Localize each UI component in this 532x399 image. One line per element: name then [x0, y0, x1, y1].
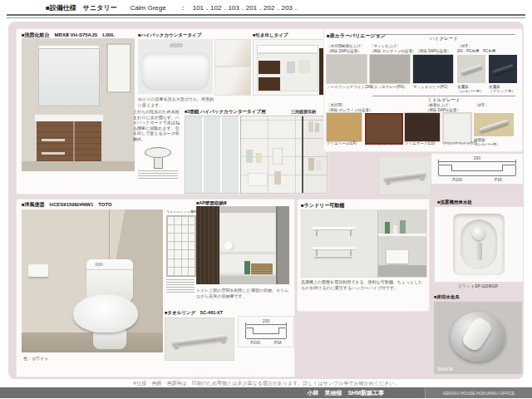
- stored-item: [298, 60, 310, 73]
- dim-end: P18: [495, 178, 502, 182]
- handle-color: （シルバー色）: [457, 89, 484, 93]
- group3-sub: DN・PG色用 PC色用: [457, 49, 495, 54]
- drawer-type-label: ■引き出しタイプ: [253, 32, 288, 38]
- group6-name: 〔把手〕: [474, 103, 489, 108]
- side-storage: [302, 116, 327, 193]
- ap-storage-caption: トイレ上部の空間を利用した薄型の収納。スリムながら充実の収納量です。: [196, 288, 289, 298]
- spec-sheet-page: ■設備仕様 サニタリー Calm Grege ： 101．102．103．201…: [0, 0, 532, 399]
- cabinet-split: [73, 121, 75, 161]
- group5-sub: （W扉 DAP仕様等）: [426, 108, 461, 113]
- dim-pitch: P200: [452, 178, 462, 182]
- group2-sub: （W扉 オレフィン仕様等）（W扉 DAP仕様等）: [370, 49, 451, 54]
- handle-photo-resin: [474, 113, 514, 136]
- profile-notch: [253, 328, 280, 334]
- toilet-section: ■洋風便器 HCES9159B/#NW1 TOTO 色：ホワイト ウォシュレット…: [17, 200, 294, 377]
- towel-ring-label: ■タオルリング SC-461-XT: [165, 310, 223, 316]
- grade-high: ハイグレード: [372, 34, 515, 42]
- swatch-name: グロスホワイト(YS): [443, 141, 477, 145]
- washlet-footnote-lines: [166, 279, 195, 293]
- drain-label: ■床排水金具: [434, 294, 460, 300]
- dimension-line: [245, 324, 287, 325]
- highback-side-note: 上からの吐水のため水栓まわりに水が溜らず、ハイバックガードで水はねも簡単に拭取れ…: [133, 109, 181, 141]
- stored-item: [287, 62, 295, 73]
- shelf: [378, 234, 426, 236]
- vanity-mirror: [38, 48, 100, 106]
- header: ■設備仕様 サニタリー Calm Grege ： 101．102．103．201…: [46, 3, 299, 12]
- open-drawer: [259, 58, 280, 74]
- mirror-back-storage: [241, 116, 302, 193]
- drawer-type-photo: [253, 39, 328, 96]
- storage-interior: [219, 213, 276, 276]
- swatch-crie-mocha-selected: [365, 113, 403, 145]
- window: [106, 43, 131, 93]
- swatch-north-wood-white: [327, 55, 367, 83]
- dim-width: 230: [244, 318, 288, 323]
- counter: [378, 265, 426, 277]
- washlet-feature-grid: [166, 215, 196, 277]
- disclaimer-note: ※仕様・色柄・色調等は、印刷のため実物とは多少異なる場合があります。詳しくはサン…: [0, 380, 532, 387]
- annotation-lines: [138, 170, 178, 179]
- handle-dimension-diagram: 290 P200 P18: [431, 153, 524, 185]
- faucet-label: ■洗濯機用単水栓: [437, 200, 472, 205]
- paper-roll: [224, 241, 234, 251]
- swatch-name: クリエダーク(LD): [405, 141, 435, 145]
- open-door-left: [196, 206, 219, 284]
- faucet-knob-icon: [472, 227, 485, 240]
- bottle: [308, 158, 314, 170]
- handle-photo-black: [489, 55, 517, 83]
- dim-pitch: P200: [250, 341, 260, 345]
- faucet-model: フラットSP-1109NJF: [434, 283, 522, 289]
- faucet-spout-icon: [475, 242, 482, 260]
- laundry-shelf-photo: [301, 209, 427, 278]
- color-scheme-name: Calm Grege: [131, 4, 166, 12]
- page-title: ■設備仕様 サニタリー: [46, 3, 117, 12]
- handle-bar-icon: [492, 64, 514, 75]
- towel-ring-profile: [245, 328, 287, 339]
- swatch-crie-dark: [405, 113, 440, 141]
- washlet-feature-panel: ウォシュレット機能: [166, 209, 196, 293]
- bottle: [246, 150, 253, 163]
- bottle: [400, 220, 406, 234]
- swatch-name: クリエモカ(LM): [365, 141, 392, 145]
- handle-bar-icon: [384, 171, 426, 181]
- faucet-recess: [453, 214, 505, 275]
- customer-project-name: 小林 英雄様 SHM新築工事: [307, 389, 384, 397]
- toilet-seat: [73, 294, 138, 332]
- shelf: [219, 252, 276, 254]
- swatch-crie-pale: [327, 113, 362, 141]
- hanger-pipe: [314, 257, 352, 259]
- toilet-photo: [22, 209, 163, 352]
- ap-storage-label: ■AP壁面収納Ⅱ: [196, 200, 227, 206]
- toilet-label: ■洋風便器 HCES9159B/#NW1 TOTO: [22, 201, 112, 209]
- swatch-matte-navy: [413, 55, 453, 83]
- towel-ring-photo: [165, 318, 234, 361]
- ap-storage-photo: [196, 206, 289, 284]
- handle-color: （ブラック色）: [489, 89, 515, 93]
- bottle: [385, 222, 390, 234]
- swatch-name: マットネイビー(PC): [413, 85, 447, 89]
- open-door-right: [276, 206, 289, 284]
- paper-holder: [28, 264, 48, 277]
- basket: [251, 264, 273, 274]
- swatch-stucco-gray: [370, 55, 410, 83]
- hose-storage-diagram: [138, 147, 178, 185]
- bottle: [244, 261, 250, 274]
- grade-middle: ミドルグレード: [372, 96, 515, 103]
- movable-shelf: [313, 247, 355, 249]
- bowl: [141, 52, 209, 91]
- open-drawer: [259, 75, 280, 91]
- handle-photo-silver: [457, 55, 485, 83]
- movable-shelf: [313, 227, 355, 229]
- laundry-label: ■ランドリー可動棚: [301, 202, 344, 209]
- dim-width: 290: [436, 155, 518, 160]
- laundry-caption: 洗濯機上の壁面を有効利用できる、便利な可動棚。ちょっとしたものを掛けるのに重宝す…: [301, 279, 426, 290]
- box: [273, 148, 283, 165]
- dimension-line: [438, 161, 516, 162]
- handle-bar-icon: [479, 119, 509, 132]
- faucet-photo: [434, 206, 524, 283]
- swatch-name: ノースウッドホワイト(DN): [327, 85, 372, 89]
- office-name: SEKISUI HOUSE HOKURIKU OFFICE: [425, 387, 532, 398]
- mirror-doors: [185, 116, 241, 193]
- handle-profile: [438, 165, 516, 176]
- group1-sub: （W扉 DAP仕様等）: [327, 49, 364, 54]
